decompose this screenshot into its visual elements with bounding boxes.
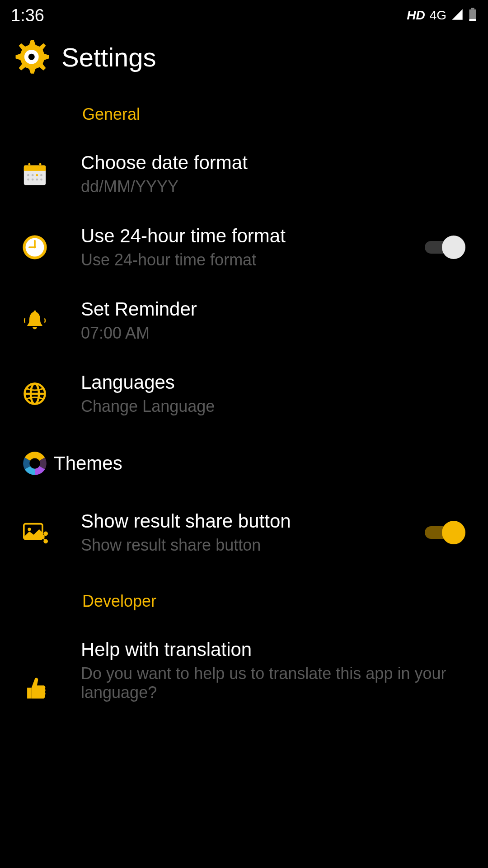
- signal-icon: [451, 8, 464, 23]
- svg-point-17: [40, 179, 42, 181]
- svg-rect-0: [471, 8, 474, 9]
- calendar-icon: [20, 160, 49, 189]
- svg-point-26: [29, 458, 40, 468]
- setting-subtitle: 07:00 AM: [81, 324, 465, 343]
- svg-point-16: [36, 179, 38, 181]
- time-format-toggle[interactable]: [425, 236, 465, 259]
- svg-point-15: [32, 179, 34, 181]
- section-header-developer: Developer: [0, 569, 488, 624]
- setting-subtitle: Do you want to help us to translate this…: [81, 664, 465, 702]
- svg-point-12: [36, 174, 38, 176]
- setting-title: Languages: [81, 372, 465, 393]
- setting-title: Show result share button: [81, 510, 425, 532]
- status-bar: 1:36 HD 4G: [0, 0, 488, 27]
- svg-point-10: [27, 174, 29, 176]
- setting-subtitle: dd/MM/YYYY: [81, 177, 465, 196]
- setting-title: Choose date format: [81, 152, 465, 174]
- page-title: Settings: [61, 42, 156, 72]
- svg-point-14: [27, 179, 29, 181]
- svg-point-9: [39, 163, 42, 165]
- setting-title: Themes: [54, 453, 465, 474]
- setting-themes[interactable]: Themes: [0, 430, 488, 496]
- status-indicators: HD 4G: [407, 8, 477, 23]
- setting-subtitle: Change Language: [81, 397, 465, 416]
- page-header: Settings: [0, 27, 488, 96]
- section-header-general: General: [0, 96, 488, 137]
- setting-time-format[interactable]: Use 24-hour time format Use 24-hour time…: [0, 211, 488, 284]
- setting-translation[interactable]: Help with translation Do you want to hel…: [0, 624, 488, 717]
- share-button-toggle[interactable]: [425, 521, 465, 544]
- thumbs-up-icon: [20, 673, 49, 702]
- bell-icon: [20, 306, 49, 335]
- setting-title: Set Reminder: [81, 298, 465, 320]
- svg-point-22: [34, 246, 36, 249]
- svg-point-11: [32, 174, 34, 176]
- setting-subtitle: Show result share button: [81, 536, 425, 555]
- svg-rect-2: [469, 19, 476, 21]
- battery-icon: [468, 8, 477, 23]
- setting-languages[interactable]: Languages Change Language: [0, 357, 488, 430]
- clock-icon: [20, 233, 49, 262]
- svg-point-13: [40, 174, 42, 176]
- setting-title: Use 24-hour time format: [81, 225, 425, 247]
- hd-indicator: HD: [407, 8, 425, 23]
- status-time: 1:36: [11, 6, 44, 25]
- color-wheel-icon: [20, 449, 49, 478]
- setting-reminder[interactable]: Set Reminder 07:00 AM: [0, 284, 488, 357]
- setting-subtitle: Use 24-hour time format: [81, 250, 425, 269]
- image-share-icon: [20, 518, 49, 547]
- svg-rect-7: [24, 169, 46, 171]
- network-indicator: 4G: [430, 8, 446, 23]
- globe-icon: [20, 379, 49, 408]
- svg-point-28: [28, 528, 31, 531]
- gear-icon: [11, 36, 51, 78]
- setting-date-format[interactable]: Choose date format dd/MM/YYYY: [0, 137, 488, 211]
- setting-title: Help with translation: [81, 639, 465, 660]
- svg-point-8: [28, 163, 31, 165]
- setting-share-button[interactable]: Show result share button Show result sha…: [0, 496, 488, 569]
- svg-point-4: [28, 54, 35, 60]
